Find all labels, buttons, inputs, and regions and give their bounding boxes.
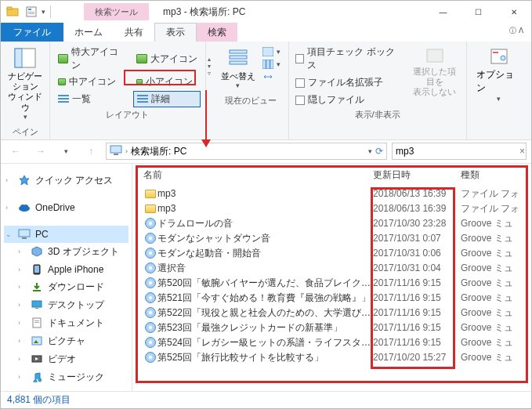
tree-iphone[interactable]: ›Apple iPhone <box>4 261 128 278</box>
close-button[interactable]: ✕ <box>496 1 531 23</box>
tab-home[interactable]: ホーム <box>63 23 114 42</box>
file-date: 2017/10/31 0:04 <box>373 262 461 273</box>
layout-large[interactable]: 大アイコン <box>133 45 201 73</box>
minimize-button[interactable]: — <box>425 1 461 23</box>
tab-view[interactable]: 表示 <box>154 23 197 42</box>
check-file-extensions[interactable]: ファイル名拡張子 <box>294 75 404 90</box>
clear-search-icon[interactable]: × <box>516 146 528 157</box>
svg-rect-5 <box>28 13 34 14</box>
file-type: Groove ミュ <box>461 277 525 290</box>
address-box[interactable]: › ▾ ⟳ <box>106 143 387 160</box>
layout-details[interactable]: 詳細 <box>133 91 201 107</box>
ribbon: ナビゲーション ウィンドウ ▾ ペイン 特大アイコン 大アイコン 中アイコン 小… <box>1 42 531 140</box>
tree-downloads[interactable]: ›ダウンロード <box>4 278 128 296</box>
file-row[interactable]: 第525回「旅行比較サイトを比較する」2017/10/20 15:27Groov… <box>143 350 525 365</box>
add-columns-button[interactable]: ▾ <box>259 59 284 70</box>
tree-documents[interactable]: ›ドキュメント <box>4 314 128 332</box>
svg-marker-21 <box>20 176 29 185</box>
file-row[interactable]: 第521回「今すぐ始める！教育費『最強の戦略』」2017/11/16 9:15G… <box>143 291 525 306</box>
file-row[interactable]: ドラムロールの音2017/10/30 23:28Groove ミュ <box>143 216 525 231</box>
music-icon <box>31 371 43 383</box>
phone-icon <box>31 263 43 276</box>
file-row[interactable]: mp32018/06/13 16:39ファイル フォ <box>143 186 525 201</box>
search-input[interactable] <box>396 146 513 157</box>
check-hidden-files[interactable]: 隠しファイル <box>294 92 404 107</box>
tree-music[interactable]: ›ミュージック <box>4 368 128 386</box>
file-row[interactable]: 第522回「現役と親と社会人のための、大学選び講座」2017/11/16 9:1… <box>143 306 525 320</box>
file-date: 2017/10/31 0:06 <box>373 248 461 259</box>
desktop-icon <box>31 299 43 311</box>
options-button[interactable]: オプション ▾ <box>472 45 527 106</box>
tree-desktop[interactable]: ›デスクトップ <box>4 296 128 314</box>
forward-button[interactable]: → <box>31 142 51 161</box>
navigation-pane-button[interactable]: ナビゲーション ウィンドウ ▾ <box>5 45 45 125</box>
file-row[interactable]: モダンなシャットダウン音2017/10/31 0:07Groove ミュ <box>143 231 525 246</box>
tree-3d-objects[interactable]: ›3D オブジェクト <box>4 243 128 261</box>
size-columns-button[interactable] <box>259 71 284 82</box>
file-row[interactable]: 選択音2017/10/31 0:04Groove ミュ <box>143 261 525 276</box>
qat-dropdown-icon[interactable]: ▾ <box>42 8 45 16</box>
svg-rect-25 <box>19 230 30 237</box>
layout-medium[interactable]: 中アイコン <box>55 74 128 89</box>
file-row[interactable]: 第523回「最強クレジットカードの新基準」2017/11/16 9:15Groo… <box>143 320 525 335</box>
tab-share[interactable]: 共有 <box>114 23 154 42</box>
svg-rect-10 <box>230 61 247 64</box>
layout-extra-large[interactable]: 特大アイコン <box>55 45 128 73</box>
sort-button[interactable]: 並べ替え ▾ <box>219 45 258 93</box>
file-type: Groove ミュ <box>461 291 525 305</box>
column-name[interactable]: 名前 <box>143 168 373 182</box>
file-type: Groove ミュ <box>461 247 525 260</box>
navigation-tree[interactable]: › クイック アクセス › OneDrive ⌄ PC ›3D オブジェクト ›… <box>1 164 132 391</box>
refresh-icon[interactable]: ⟳ <box>375 146 383 157</box>
svg-rect-34 <box>34 320 39 321</box>
check-item-checkboxes[interactable]: 項目チェック ボックス <box>294 45 404 73</box>
history-dropdown[interactable]: ▾ <box>56 142 76 161</box>
svg-rect-36 <box>32 337 42 345</box>
file-row[interactable]: モダンな起動音・開始音2017/10/31 0:06Groove ミュ <box>143 246 525 261</box>
address-input[interactable] <box>131 146 365 157</box>
tree-quick-access[interactable]: › クイック アクセス <box>4 172 128 190</box>
tree-pc[interactable]: ⌄ PC <box>4 226 128 243</box>
tab-file[interactable]: ファイル <box>1 23 63 42</box>
group-by-button[interactable]: ▾ <box>259 46 284 57</box>
svg-rect-12 <box>262 60 266 69</box>
layout-small[interactable]: 小アイコン <box>133 74 201 89</box>
file-name: 第520回「敏腕バイヤーが選んだ、食品ブレイク予測」 <box>157 277 373 290</box>
file-type: ファイル フォ <box>461 202 525 215</box>
folder-icon <box>143 204 157 213</box>
svg-rect-3 <box>28 9 31 10</box>
file-list[interactable]: 名前 更新日時 種類 mp32018/06/13 16:39ファイル フォmp3… <box>132 164 531 391</box>
search-box[interactable]: × <box>392 143 527 160</box>
audio-file-icon <box>143 352 157 363</box>
folder-icon <box>143 190 157 198</box>
audio-file-icon <box>143 337 157 348</box>
column-type[interactable]: 種類 <box>461 168 525 182</box>
maximize-button[interactable]: ☐ <box>461 1 496 23</box>
up-button[interactable]: ↑ <box>81 142 101 161</box>
tree-videos[interactable]: ›ビデオ <box>4 350 128 368</box>
group-current-view: 並べ替え ▾ ▾ ▾ 現在のビュー <box>206 42 289 139</box>
path-segment-arrow[interactable]: › <box>125 147 128 155</box>
layout-scroll-icon[interactable]: ▴▾▿ <box>205 56 213 77</box>
column-date[interactable]: 更新日時 <box>373 168 461 182</box>
back-button[interactable]: ← <box>5 142 26 161</box>
file-type: Groove ミュ <box>461 321 525 335</box>
file-date: 2017/11/16 9:15 <box>373 292 461 303</box>
file-type: ファイル フォ <box>461 187 525 201</box>
file-name: 第524回「レガシー級ヒットの系譜・ライフスタイル編」 <box>157 336 373 349</box>
layout-list[interactable]: 一覧 <box>55 91 128 107</box>
pc-icon <box>110 145 122 158</box>
tree-onedrive[interactable]: › OneDrive <box>4 199 128 216</box>
column-headers[interactable]: 名前 更新日時 種類 <box>132 164 531 186</box>
file-row[interactable]: mp32018/06/13 16:39ファイル フォ <box>143 201 525 216</box>
group-label-showhide: 表示/非表示 <box>355 109 400 121</box>
properties-icon[interactable] <box>23 3 40 20</box>
tab-search[interactable]: 検索 <box>197 23 237 42</box>
group-label-pane: ペイン <box>13 126 38 138</box>
audio-file-icon <box>143 277 157 288</box>
file-row[interactable]: 第524回「レガシー級ヒットの系譜・ライフスタイル編」2017/11/16 9:… <box>143 335 525 350</box>
file-row[interactable]: 第520回「敏腕バイヤーが選んだ、食品ブレイク予測」2017/11/16 9:1… <box>143 276 525 291</box>
address-dropdown-icon[interactable]: ▾ <box>368 147 372 155</box>
tree-pictures[interactable]: ›ピクチャ <box>4 332 128 350</box>
collapse-ribbon-icon[interactable]: ⓘ ᐱ <box>501 23 531 42</box>
